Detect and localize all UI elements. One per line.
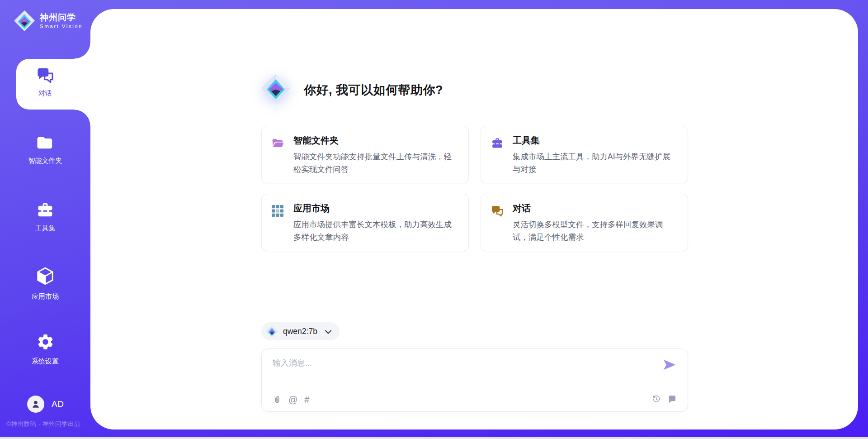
chat-icon <box>36 67 54 83</box>
card-description: 应用市场提供丰富长文本模板，助力高效生成多样化文章内容 <box>293 218 458 243</box>
card-description: 集成市场上主流工具，助力AI与外界无缝扩展与对接 <box>513 150 677 176</box>
card-title: 对话 <box>513 202 531 215</box>
model-name: qwen2:7b <box>283 327 317 336</box>
history-icon[interactable] <box>652 395 661 404</box>
paperclip-icon[interactable] <box>273 395 282 405</box>
comment-icon[interactable] <box>668 395 677 404</box>
greeting-text: 你好, 我可以如何帮助你? <box>304 82 443 98</box>
folder-icon <box>36 135 54 151</box>
card-chat[interactable]: 对话 灵活切换多模型文件，支持多样回复效果调试，满足个性化需求 <box>481 194 688 251</box>
sidebar-item-settings[interactable]: 系统设置 <box>0 333 90 366</box>
sidebar-item-smart-folder[interactable]: 智能文件夹 <box>0 135 90 165</box>
sidebar-item-label: 应用市场 <box>0 292 90 301</box>
card-description: 智能文件夹功能支持批量文件上传与清洗，轻松实现文件问答 <box>293 150 458 176</box>
chat-icon <box>491 205 504 217</box>
window-bottom-edge <box>0 437 868 439</box>
brand-subtitle: Smart Vision <box>40 24 83 29</box>
user-name: AD <box>52 399 64 409</box>
chevron-down-icon <box>325 330 331 334</box>
hash-icon[interactable]: # <box>304 395 309 405</box>
grid-icon <box>272 205 283 217</box>
sidebar-item-label: 系统设置 <box>0 357 90 366</box>
brand-diamond-icon <box>266 325 278 338</box>
user-row: AD <box>0 395 90 415</box>
message-input[interactable] <box>272 354 653 372</box>
briefcase-icon <box>36 201 54 218</box>
avatar[interactable] <box>27 396 44 413</box>
card-description: 灵活切换多模型文件，支持多样回复效果调试，满足个性化需求 <box>513 218 677 243</box>
cube-icon <box>36 267 55 286</box>
card-title: 应用市场 <box>293 202 330 215</box>
person-icon <box>31 399 41 409</box>
tab-curve-top <box>74 43 90 59</box>
brand-name: 神州问学 <box>40 13 83 23</box>
sidebar-item-label: 工具集 <box>0 224 90 233</box>
card-title: 智能文件夹 <box>293 134 339 147</box>
composer-divider <box>270 389 679 389</box>
sidebar-item-chat[interactable]: 对话 <box>0 67 90 98</box>
gear-icon <box>36 333 55 351</box>
sidebar-item-toolset[interactable]: 工具集 <box>0 201 90 233</box>
message-composer: @ # <box>261 348 688 412</box>
card-app-market[interactable]: 应用市场 应用市场提供丰富长文本模板，助力高效生成多样化文章内容 <box>261 194 469 251</box>
card-smart-folder[interactable]: 智能文件夹 智能文件夹功能支持批量文件上传与清洗，轻松实现文件问答 <box>261 126 469 183</box>
greeting-diamond-icon <box>261 73 291 103</box>
card-title: 工具集 <box>513 134 540 147</box>
card-toolset[interactable]: 工具集 集成市场上主流工具，助力AI与外界无缝扩展与对接 <box>481 126 688 183</box>
sidebar-item-label: 对话 <box>0 89 90 98</box>
briefcase-icon <box>491 137 504 149</box>
brand-diamond-icon <box>14 10 35 32</box>
at-icon[interactable]: @ <box>288 395 297 405</box>
sidebar-footer: ©神州数码 · 神州问学出品 <box>6 420 80 428</box>
folder-open-icon <box>272 137 285 149</box>
send-icon[interactable] <box>662 358 677 372</box>
tab-curve-bottom <box>74 110 90 126</box>
brand-logo: 神州问学 Smart Vision <box>14 10 83 32</box>
sidebar-item-label: 智能文件夹 <box>0 157 90 165</box>
model-selector[interactable]: qwen2:7b <box>261 322 340 340</box>
sidebar-item-app-market[interactable]: 应用市场 <box>0 267 90 301</box>
